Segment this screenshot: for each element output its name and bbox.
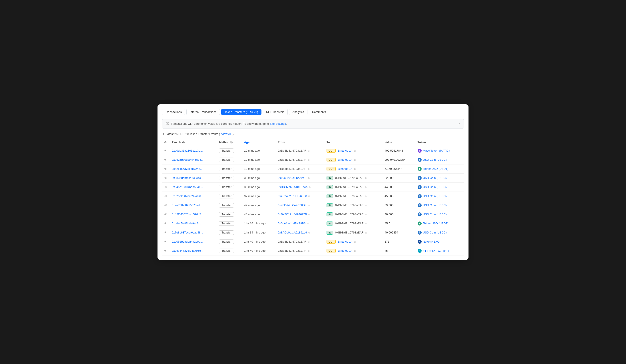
to-copy-icon[interactable]: ⧉ [365, 213, 367, 216]
value-cell: 45,000 [382, 192, 415, 201]
eye-icon[interactable]: 👁 [164, 222, 167, 225]
col-age[interactable]: Age [242, 139, 276, 146]
direction-badge: OUT [327, 167, 336, 171]
txhash-link[interactable]: 0x525c23020c899abf6... [172, 195, 203, 198]
to-copy-icon[interactable]: ⧉ [354, 149, 356, 152]
from-copy-icon[interactable]: ⧉ [308, 204, 310, 207]
tab-token-transfers--erc-20-[interactable]: Token Transfers (ERC-20) [221, 109, 262, 115]
eye-icon[interactable]: 👁 [164, 158, 167, 162]
txhash-link[interactable]: 0x2cb44737cf24a795c... [172, 249, 203, 252]
from-copy-icon[interactable]: ⧉ [308, 167, 310, 170]
token-link[interactable]: FTT (FTX To...) (FTT) [423, 249, 451, 252]
from-copy-icon[interactable]: ⧉ [308, 231, 310, 234]
from-copy-icon[interactable]: ⧉ [308, 195, 310, 198]
to-copy-icon[interactable]: ⧉ [354, 167, 356, 170]
from-cell: 0x8ACe0a...A91891e9 ⧉ [276, 228, 324, 237]
eye-icon[interactable]: 👁 [164, 149, 167, 153]
token-cell: $ USD Coin (USDC) [415, 210, 464, 219]
eye-icon[interactable]: 👁 [164, 213, 167, 216]
token-link[interactable]: USD Coin (USDC) [423, 185, 447, 189]
method-cell: Transfer [217, 146, 242, 155]
txhash-link[interactable]: 0xddec5a82bda9ac3c... [172, 222, 202, 225]
site-settings-link[interactable]: Site Settings [270, 122, 286, 125]
token-link[interactable]: Tether USD (USDT) [423, 222, 448, 225]
eye-icon[interactable]: 👁 [164, 203, 167, 207]
txhash-link[interactable]: 0xae750af8255875edb... [172, 203, 204, 207]
token-link[interactable]: Tether USD (USDT) [423, 167, 448, 170]
from-copy-icon[interactable]: ⧉ [309, 186, 311, 188]
eye-icon[interactable]: 👁 [164, 240, 167, 243]
to-link[interactable]: Binance 14 [338, 240, 352, 243]
to-copy-icon[interactable]: ⧉ [354, 249, 356, 252]
to-link[interactable]: Binance 14 [338, 158, 352, 161]
from-cell: 0xBb3fd3...5793aEAF ⧉ [276, 164, 324, 173]
eye-icon[interactable]: 👁 [164, 195, 167, 198]
method-cell: Transfer [217, 173, 242, 182]
txhash-link[interactable]: 0xa2c455378cbb724b... [172, 167, 203, 170]
age-cell: 30 mins ago [242, 173, 276, 182]
alert-close-button[interactable]: × [458, 122, 460, 126]
tab-nft-transfers[interactable]: NFT Transfers [263, 109, 288, 115]
method-badge: Transfer [219, 176, 234, 180]
to-link[interactable]: Binance 14 [338, 167, 352, 170]
to-copy-icon[interactable]: ⧉ [365, 204, 367, 207]
eye-icon[interactable]: 👁 [164, 167, 167, 171]
from-copy-icon[interactable]: ⧉ [308, 177, 310, 179]
txhash-link[interactable]: 0x7e8c637ccaf6cab48... [172, 231, 203, 234]
from-copy-icon[interactable]: ⧉ [308, 159, 310, 161]
to-copy-icon[interactable]: ⧉ [365, 186, 367, 188]
token-link[interactable]: USD Coin (USDC) [423, 203, 447, 207]
from-link[interactable]: 0xBBD776...5180E7Aa [278, 185, 308, 189]
from-copy-icon[interactable]: ⧉ [307, 222, 309, 225]
token-link[interactable]: USD Coin (USDC) [423, 176, 447, 180]
token-link[interactable]: USD Coin (USDC) [423, 213, 447, 216]
from-link[interactable]: 0x45f594...Ce7C06Db [278, 203, 307, 207]
txhash-link[interactable]: 0x045e13804bdb5841... [172, 185, 203, 189]
eye-icon[interactable]: 👁 [164, 249, 167, 253]
to-copy-icon[interactable]: ⧉ [365, 231, 367, 234]
token-link[interactable]: USD Coin (USDC) [423, 158, 447, 161]
txhash-link[interactable]: 0xa056b9adba4a2cea... [172, 240, 203, 243]
table-row: 👁 0xa2c455378cbb724b... Transfer 19 mins… [162, 164, 464, 173]
tab-transactions[interactable]: Transactions [162, 109, 185, 115]
token-icon: $ [418, 158, 422, 162]
from-copy-icon[interactable]: ⧉ [308, 240, 310, 243]
method-info-icon[interactable]: ⓘ [230, 141, 233, 144]
token-icon: N [418, 240, 422, 244]
txhash-link[interactable]: 0x45f543625b4c596d7... [172, 213, 203, 216]
eye-icon[interactable]: 👁 [164, 231, 167, 234]
tab-comments[interactable]: Comments [309, 109, 329, 115]
info-icon: ⓘ [166, 122, 169, 126]
from-link[interactable]: 0x2B2452...1EF26E68 [278, 195, 307, 198]
to-link[interactable]: Binance 14 [338, 249, 352, 252]
from-copy-icon[interactable]: ⧉ [308, 149, 310, 152]
token-link[interactable]: Matic Token (MATIC) [423, 149, 450, 152]
from-link[interactable]: 0xBa7C12...8d94627B [278, 213, 307, 216]
to-copy-icon[interactable]: ⧉ [365, 222, 367, 225]
from-link[interactable]: 0x8ACe0a...A91891e9 [278, 231, 307, 234]
age-cell: 42 mins ago [242, 201, 276, 210]
token-link[interactable]: USD Coin (USDC) [423, 195, 447, 198]
age-cell: 1 hr 40 mins ago [242, 246, 276, 255]
from-copy-icon[interactable]: ⧉ [308, 213, 310, 216]
txhash-link[interactable]: 0xae26bb0cb94f465e5... [172, 158, 203, 161]
to-copy-icon[interactable]: ⧉ [365, 195, 367, 198]
token-icon: $ [418, 212, 422, 216]
txhash-link[interactable]: 0xb0db31a1163b1c3d... [172, 149, 203, 152]
to-copy-icon[interactable]: ⧉ [354, 240, 356, 243]
to-link[interactable]: Binance 14 [338, 149, 352, 152]
eye-icon[interactable]: 👁 [164, 176, 167, 180]
tab-analytics[interactable]: Analytics [289, 109, 307, 115]
from-copy-icon[interactable]: ⧉ [308, 249, 310, 252]
age-text: 19 mins ago [244, 167, 260, 170]
token-link[interactable]: Nexo (NEXO) [423, 240, 440, 243]
to-copy-icon[interactable]: ⧉ [354, 159, 356, 161]
eye-icon[interactable]: 👁 [164, 185, 167, 189]
from-link[interactable]: 0x60a320...cFbdA2eB [278, 176, 307, 180]
to-copy-icon[interactable]: ⧉ [365, 177, 367, 179]
from-link[interactable]: 0x0cA1a4...d9f489B6 [278, 222, 306, 225]
view-all-link[interactable]: View All [221, 132, 231, 136]
token-link[interactable]: USD Coin (USDC) [423, 231, 447, 234]
tab-internal-transactions[interactable]: Internal Transactions [186, 109, 220, 115]
txhash-link[interactable]: 0x38368abf4ce639c4c... [172, 176, 203, 180]
